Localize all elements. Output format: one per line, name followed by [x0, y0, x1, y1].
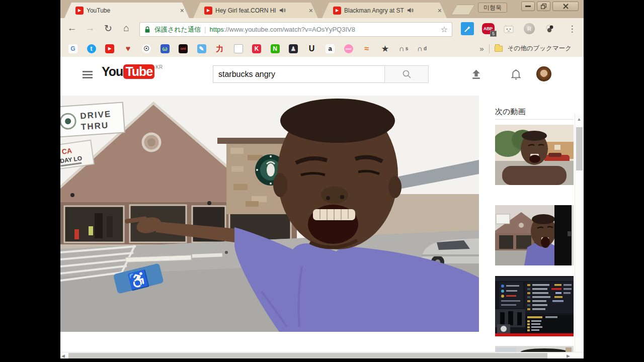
close-button[interactable]: [552, 2, 579, 11]
tab-title: YouTube: [87, 7, 110, 14]
vertical-scrollbar-thumb[interactable]: [576, 127, 583, 170]
chikara-bookmark-icon[interactable]: 力: [215, 44, 224, 53]
logo-tube: Tube: [123, 64, 154, 79]
minimize-button[interactable]: [521, 2, 535, 11]
svg-text:THRU: THRU: [80, 121, 109, 132]
minimize-icon: [525, 6, 531, 7]
address-bar[interactable]: 保護された通信 | https://www.youtube.com/watch?…: [139, 22, 452, 37]
new-tab-button[interactable]: [451, 5, 475, 15]
youtube-logo[interactable]: You Tube KR: [102, 64, 163, 79]
youtube-favicon-icon: ▶: [204, 7, 212, 15]
person-yellow: [89, 226, 93, 235]
k-app-bookmark-icon[interactable]: K: [252, 44, 261, 53]
osu-bookmark-icon[interactable]: osu!: [344, 44, 353, 53]
scroll-left-icon[interactable]: ◀: [61, 353, 65, 358]
search-button[interactable]: [384, 65, 429, 83]
tab-title: Hey Girl feat.CORN HI: [215, 7, 276, 14]
robot-bookmark-icon[interactable]: ☉: [142, 44, 151, 53]
bookmarks-right-group: » その他のブックマーク: [479, 40, 572, 57]
url-path: ://www.youtube.com/watch?v=AOsYyPQ3IV8: [224, 26, 355, 33]
tv-extension-icon[interactable]: [502, 22, 515, 35]
browser-menu-icon[interactable]: ⋮: [566, 22, 579, 35]
other-bookmarks-button[interactable]: その他のブックマーク: [508, 44, 572, 53]
amazon-bookmark-icon[interactable]: a: [326, 44, 335, 53]
logo-you: You: [102, 64, 123, 79]
adblock-plus-extension-icon[interactable]: ABP 5: [481, 22, 495, 35]
drive-thru-sign: DRIVE THRU: [60, 102, 125, 137]
search-input[interactable]: [213, 65, 385, 83]
document-bookmark-icon[interactable]: [234, 44, 243, 53]
feather-bookmark-icon[interactable]: ✎: [197, 44, 206, 53]
tab-blackman-angry[interactable]: ▶ Blackman Angry at ST ×: [322, 3, 447, 18]
tab-youtube[interactable]: ▶ YouTube ×: [64, 3, 189, 18]
svg-text:CA: CA: [61, 146, 72, 156]
folder-icon: [495, 46, 503, 52]
up-next-title: 次の動画: [495, 107, 525, 117]
upload-icon[interactable]: [470, 68, 482, 80]
blue-face-bookmark-icon[interactable]: ω: [160, 44, 170, 53]
person-silhouette: [95, 213, 103, 238]
youtube-favicon-icon: ▶: [75, 7, 84, 15]
video-player[interactable]: DRIVE THRU CA DAY LO: [60, 96, 479, 332]
tab-hey-girl[interactable]: ▶ Hey Girl feat.CORN HI ×: [193, 3, 318, 18]
star-bookmark-icon[interactable]: ★: [381, 44, 390, 53]
tab-close-icon[interactable]: ×: [180, 7, 184, 14]
circles-extension-icon[interactable]: [543, 22, 556, 35]
sidebar-divider: [495, 119, 574, 120]
search-icon: [402, 69, 412, 79]
tab-audio-icon: [407, 7, 414, 14]
hamburger-menu-icon[interactable]: [83, 71, 93, 72]
tab-audio-icon: [279, 7, 286, 14]
thumbnail-partial[interactable]: [495, 346, 574, 352]
browser-window: ▶ YouTube × ▶ Hey Girl feat.CORN HI × ▶ …: [60, 0, 584, 358]
youtube-bookmark-icon[interactable]: ▶: [105, 44, 114, 53]
scroll-right-icon[interactable]: ▶: [567, 353, 570, 358]
bookmarks-overflow-icon[interactable]: »: [479, 44, 484, 53]
u-logo-bookmark-icon[interactable]: U: [307, 44, 316, 53]
naver-bookmark-icon[interactable]: N: [271, 44, 280, 53]
hydrant: [74, 229, 79, 239]
thumbnail-shirtless-man[interactable]: [495, 125, 574, 185]
headset-s-bookmark-icon[interactable]: ∩s: [399, 44, 408, 53]
tab-close-icon[interactable]: ×: [309, 7, 313, 14]
scroll-up-icon[interactable]: ▲: [575, 117, 583, 122]
person-silhouette: [107, 216, 113, 237]
secure-lock-icon: [144, 26, 151, 33]
headset-d-bookmark-icon[interactable]: ∩d: [418, 44, 427, 53]
oni-bookmark-icon[interactable]: oni: [179, 44, 188, 53]
heart-bookmark-icon[interactable]: ♥: [124, 44, 133, 53]
twitter-bookmark-icon[interactable]: t: [87, 44, 96, 53]
thumbnail-purple-shirt-man[interactable]: [495, 205, 574, 265]
reload-icon[interactable]: ↻: [102, 23, 115, 34]
video-frame: DRIVE THRU CA DAY LO: [60, 96, 479, 332]
url-text: https://www.youtube.com/watch?v=AOsYyPQ3…: [210, 26, 355, 33]
r-extension-icon[interactable]: R: [523, 22, 536, 35]
horizontal-scrollbar[interactable]: ◀ ▶: [60, 352, 584, 358]
google-bookmark-icon[interactable]: G: [68, 44, 77, 53]
bell-icon[interactable]: [510, 68, 522, 80]
tab-strip: ▶ YouTube × ▶ Hey Girl feat.CORN HI × ▶ …: [60, 0, 584, 18]
restore-icon: [541, 4, 546, 9]
forward-icon[interactable]: →: [84, 23, 97, 34]
restore-button[interactable]: [537, 2, 550, 11]
letterbox-left: [0, 0, 60, 362]
avatar[interactable]: [536, 66, 551, 81]
letterbox-right: [584, 0, 644, 362]
thumbnail-game-lobby[interactable]: [495, 276, 574, 336]
tab-close-icon[interactable]: ×: [438, 7, 442, 14]
bookmark-star-icon[interactable]: ☆: [441, 25, 448, 34]
omnibox-separator: |: [204, 26, 206, 34]
abp-badge: 5: [490, 31, 497, 37]
back-icon[interactable]: ←: [65, 23, 78, 34]
bookmarks-bar: Gt▶♥☉ωoni✎力KN♟Uaosu!≈★∩s∩d » その他のブックマーク: [60, 40, 584, 57]
youtube-favicon-icon: ▶: [333, 7, 341, 15]
vertical-scrollbar[interactable]: ▲ ▼: [575, 114, 583, 358]
home-icon[interactable]: ⌂: [120, 23, 133, 34]
figure-bookmark-icon[interactable]: ♟: [289, 44, 298, 53]
swoosh-bookmark-icon[interactable]: ≈: [362, 44, 371, 53]
horizontal-scrollbar-thumb[interactable]: [68, 353, 547, 358]
secure-label: 保護された通信: [154, 25, 201, 34]
wand-extension-icon[interactable]: [461, 22, 474, 35]
profile-button[interactable]: 미형욱: [478, 3, 507, 13]
tab-title: Blackman Angry at ST: [344, 7, 404, 14]
